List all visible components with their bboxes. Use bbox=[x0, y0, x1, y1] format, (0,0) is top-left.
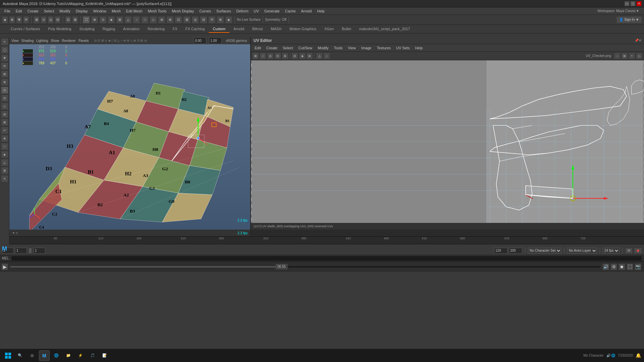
multi-cut-btn[interactable]: ✂ bbox=[1, 127, 8, 134]
uv-zoom-minus[interactable]: − bbox=[614, 53, 621, 59]
icon-tool8[interactable]: □ bbox=[141, 16, 149, 23]
menu-display[interactable]: Display bbox=[73, 8, 90, 14]
frame-scroll[interactable] bbox=[29, 248, 32, 253]
uv-tb-view2[interactable]: ○ bbox=[323, 53, 330, 59]
uv-tb-layout2[interactable]: ◈ bbox=[299, 53, 306, 59]
taskbar-search[interactable]: 🔍 bbox=[15, 350, 25, 361]
taskbar-app4[interactable]: 🎵 bbox=[87, 350, 98, 361]
relax-btn[interactable]: ◈ bbox=[1, 151, 8, 158]
icon-tool5[interactable]: ⊞ bbox=[116, 16, 123, 23]
universal-btn[interactable]: ⊕ bbox=[1, 78, 8, 86]
menu-edit[interactable]: Edit bbox=[13, 8, 24, 14]
transform-btn[interactable]: ⊞ bbox=[34, 16, 40, 23]
character-set-select[interactable]: No Character Set bbox=[528, 248, 561, 254]
menu-help[interactable]: Help bbox=[315, 8, 327, 14]
taskbar-cortana[interactable]: ◎ bbox=[27, 350, 38, 361]
icon-tool18[interactable]: ◈ bbox=[225, 16, 232, 23]
tab-sculpting[interactable]: Sculpting bbox=[75, 25, 99, 33]
tab-rigging[interactable]: Rigging bbox=[99, 25, 119, 33]
viewport-3d[interactable]: View Shading Lighting Show Renderer Pane… bbox=[9, 37, 251, 236]
icon-tool17[interactable]: ⊕ bbox=[217, 16, 224, 23]
notifications-btn[interactable]: 🔔 bbox=[636, 353, 641, 358]
uv-canvas[interactable]: (1/17) UV shells, (8/0) overlapping UVs,… bbox=[251, 60, 644, 230]
uv-menu-modify[interactable]: Modify bbox=[315, 45, 331, 51]
menu-mesh[interactable]: Mesh bbox=[109, 8, 123, 14]
uv-tb-layout3[interactable]: ⊛ bbox=[306, 53, 313, 59]
icon-tool9[interactable]: ◇ bbox=[150, 16, 157, 23]
maximize-button[interactable]: □ bbox=[631, 1, 635, 6]
move-tool-btn[interactable]: ✥ bbox=[1, 54, 8, 62]
uv-menu-uvsets[interactable]: UV Sets bbox=[394, 45, 412, 51]
end-frame-input1[interactable] bbox=[494, 248, 507, 254]
insert-edge-btn[interactable]: ⊞ bbox=[1, 119, 8, 126]
record-btn[interactable]: ⏺ bbox=[634, 248, 642, 254]
tab-custom[interactable]: Custom bbox=[209, 25, 229, 33]
tab-mash[interactable]: MASH bbox=[267, 25, 285, 33]
outliner-btn[interactable]: ≡ bbox=[1, 175, 8, 182]
tab-xgen[interactable]: XGen bbox=[320, 25, 338, 33]
uv-menu-help[interactable]: Help bbox=[413, 45, 425, 51]
menu-arnold[interactable]: Arnold bbox=[299, 8, 314, 14]
uv-pin-btn[interactable]: 📌 bbox=[635, 39, 639, 42]
rotate-tool-btn[interactable]: ⟳ bbox=[1, 62, 8, 70]
current-frame-input[interactable] bbox=[15, 248, 27, 254]
soft-mod-btn[interactable]: ⊙ bbox=[1, 86, 8, 94]
tab-motion-graphics[interactable]: Motion Graphics bbox=[285, 25, 320, 33]
volume-icon[interactable]: 🔊 bbox=[602, 263, 609, 270]
camera-icon[interactable]: 📷 bbox=[635, 263, 641, 270]
scale-tool-btn[interactable]: ⊞ bbox=[1, 70, 8, 78]
icon-tool11[interactable]: ⊕ bbox=[166, 16, 174, 23]
menu-curves[interactable]: Curves bbox=[197, 8, 213, 14]
uv-tb-layout1[interactable]: ⊟ bbox=[291, 53, 298, 59]
menu-mesh-display[interactable]: Mesh Display bbox=[169, 8, 196, 14]
uv-tb-select3[interactable]: ◎ bbox=[267, 53, 274, 59]
mel-input[interactable] bbox=[11, 256, 642, 261]
record-icon[interactable]: ⏺ bbox=[619, 263, 625, 270]
timeline-ruler[interactable]: 60 110 160 210 260 310 360 410 460 510 5… bbox=[9, 236, 644, 244]
gamma-input2[interactable] bbox=[209, 37, 222, 44]
taskbar-maya-icon[interactable]: M bbox=[39, 350, 50, 361]
icon-tool6[interactable]: △ bbox=[124, 16, 132, 23]
icon-tool15[interactable]: ⊟ bbox=[200, 16, 207, 23]
fullscreen-icon[interactable]: ⛶ bbox=[627, 263, 633, 270]
snap-btn2[interactable]: ⊞ bbox=[72, 16, 78, 23]
bevel-btn[interactable]: ◇ bbox=[1, 103, 8, 110]
frame-input2[interactable] bbox=[34, 248, 45, 254]
anim-layer-select[interactable]: No Anim Layer bbox=[567, 248, 597, 254]
icon-tool10[interactable]: ⊛ bbox=[158, 16, 165, 23]
snap-btn1[interactable]: ⊡ bbox=[65, 16, 71, 23]
loop-btn[interactable]: ⟳ bbox=[625, 248, 633, 254]
menu-file[interactable]: File bbox=[2, 8, 13, 14]
menu-mesh-tools[interactable]: Mesh Tools bbox=[146, 8, 169, 14]
fps-select[interactable]: 24 fps bbox=[603, 248, 620, 254]
uv-tb-select1[interactable]: ⊞ bbox=[252, 53, 259, 59]
uv-tb-select2[interactable]: □ bbox=[260, 53, 266, 59]
menu-create[interactable]: Create bbox=[25, 8, 41, 14]
attr-btn[interactable]: ⊟ bbox=[55, 16, 61, 23]
tab-bifrost[interactable]: Bifrost bbox=[248, 25, 267, 33]
vp-panels-menu[interactable]: Panels bbox=[78, 39, 89, 43]
menu-cache[interactable]: Cache bbox=[283, 8, 298, 14]
tool-btn2[interactable]: ✥ bbox=[16, 16, 22, 23]
uv-menu-image[interactable]: Image bbox=[359, 45, 374, 51]
tab-rendering[interactable]: Rendering bbox=[144, 25, 169, 33]
menu-modify[interactable]: Modify bbox=[57, 8, 72, 14]
menu-deform[interactable]: Deform bbox=[234, 8, 251, 14]
connect-btn[interactable]: ⊕ bbox=[1, 135, 8, 142]
quad-draw-btn[interactable]: □ bbox=[1, 143, 8, 150]
icon-tool14[interactable]: ◎ bbox=[192, 16, 199, 23]
icon-tool4[interactable]: ◈ bbox=[108, 16, 115, 23]
taskbar-app2[interactable]: 📁 bbox=[63, 350, 74, 361]
uv-panel-expand[interactable]: ▷ bbox=[636, 53, 643, 59]
grid-btn[interactable]: ⊞ bbox=[1, 167, 8, 174]
play-button[interactable]: ▶ bbox=[1, 263, 8, 270]
uv-tb-view1[interactable]: △ bbox=[316, 53, 323, 59]
settings-icon[interactable]: ⚙ bbox=[610, 263, 617, 270]
uv-menu-view[interactable]: View bbox=[345, 45, 358, 51]
menu-uv[interactable]: UV bbox=[252, 8, 261, 14]
icon-tool12[interactable]: ⊡ bbox=[175, 16, 182, 23]
gamma-input1[interactable] bbox=[194, 37, 206, 44]
menu-generate[interactable]: Generate bbox=[262, 8, 282, 14]
scene-canvas[interactable]: C1 B1 A1 D3 H3 A7 H1 H2 A2 A3 B2 B3 G1 G… bbox=[9, 44, 250, 230]
tab-fx-caching[interactable]: FX Caching bbox=[181, 25, 209, 33]
